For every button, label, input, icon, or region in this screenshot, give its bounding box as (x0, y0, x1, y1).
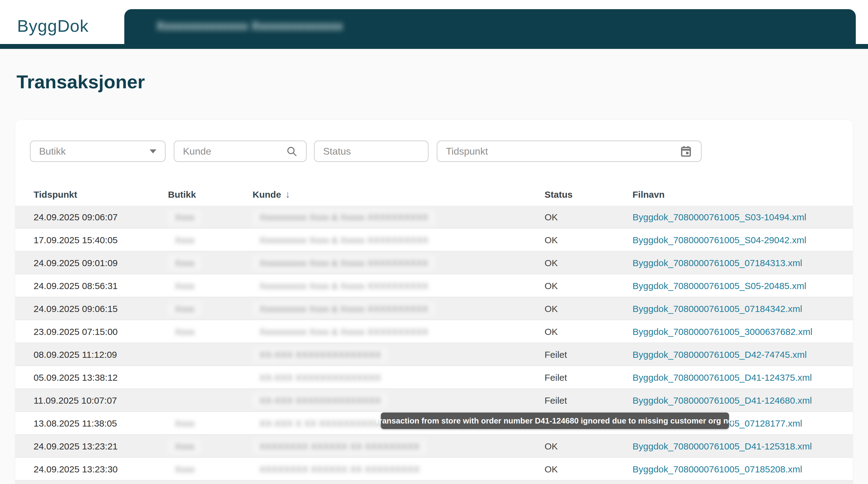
customer-filter-input[interactable]: Kunde (174, 141, 307, 162)
topbar-title-bar: Xxxxxxxxxxxxxx Xxxxxxxxxxxxxx (124, 9, 856, 44)
cell-timestamp: 24.09.2025 13:23:30 (34, 458, 118, 481)
status-filter-input[interactable]: Status (314, 141, 429, 162)
cell-status: Feilet (545, 389, 567, 412)
column-header-status[interactable]: Status (545, 183, 573, 206)
cell-filename: Byggdok_7080000761005_07185208.xml (632, 458, 802, 481)
cell-timestamp: 11.09.2025 10:07:07 (34, 389, 117, 412)
cell-filename: Byggdok_7080000761005_S04-29042.xml (632, 229, 806, 251)
cell-status: OK (545, 274, 558, 297)
file-link[interactable]: Byggdok_7080000761005_07185208.xml (632, 464, 802, 475)
cell-store: Xxxx (168, 251, 201, 274)
column-header-kunde[interactable]: Kunde ↓ (253, 183, 290, 206)
cell-filename: Byggdok_7080000761005_07184342.xml (632, 297, 802, 320)
redacted-customer-name: Xxxxxxxxxx Xxxx & Xxxxx XXXXXXXXXX (253, 255, 435, 271)
table-body: 24.09.2025 09:06:07XxxxXxxxxxxxxx Xxxx &… (15, 206, 853, 484)
redacted-store-name: Xxxx (168, 462, 201, 477)
cell-timestamp: 05.09.2025 13:38:12 (34, 366, 118, 389)
cell-status: OK (545, 229, 558, 251)
cell-store: Xxxx (168, 320, 201, 343)
cell-timestamp: 24.09.2025 08:56:31 (34, 274, 118, 297)
redacted-customer-name: Xxxxxxxxxx Xxxx & Xxxxx XXXXXXXXXX (253, 210, 435, 225)
file-link[interactable]: Byggdok_7080000761005_D41-124375.xml (632, 372, 812, 383)
error-tooltip: Transaction from store with order number… (381, 413, 729, 429)
cell-status: OK (545, 297, 558, 320)
status-filter-placeholder: Status (323, 146, 351, 157)
redacted-store-name: Xxxx (168, 233, 201, 248)
table-row: 23.09.2025 07:15:00XxxxXxxxxxxxxx Xxxx &… (15, 320, 853, 343)
file-link[interactable]: Byggdok_7080000761005_07184313.xml (632, 258, 802, 268)
store-filter-dropdown[interactable]: Butikk (30, 141, 165, 162)
cell-filename: Byggdok_7080000761005_D41-125318.xml (632, 435, 812, 458)
cell-filename: Byggdok_7080000761005_07184313.xml (632, 251, 802, 274)
cell-customer: XX-XXX XXXXXXXXXXXXXX (253, 366, 388, 389)
cell-customer: Xxxxxxxxxx Xxxx & Xxxxx XXXXXXXXXX (253, 297, 435, 320)
table-row: 08.09.2025 11:12:09XX-XXX XXXXXXXXXXXXXX… (15, 343, 853, 366)
cell-customer: XXXXXXXX XXXXXX XX XXXXXXXXX (253, 435, 426, 458)
redacted-customer-name: XXXXXXXX XXXXXX XX XXXXXXXXX (253, 439, 426, 454)
timestamp-filter-input[interactable]: Tidspunkt (437, 141, 702, 162)
file-link[interactable]: Byggdok_7080000761005_D42-74745.xml (632, 350, 807, 360)
cell-timestamp: 23.09.2025 07:15:00 (34, 320, 118, 343)
redacted-customer-name: XX-XXX XXXXXXXXXXXXXX (253, 347, 388, 362)
cell-status: OK (545, 320, 558, 343)
redacted-customer-name: XXXXXXXX XXXXXX XX XXXXXXXXX (253, 462, 426, 477)
redacted-store-name: Xxxx (168, 255, 201, 271)
table-row: 24.09.2025 13:23:21XxxxXXXXXXXX XXXXXX X… (15, 435, 853, 458)
search-icon (286, 146, 298, 157)
redacted-store-name: Xxxx (168, 278, 201, 294)
cell-store: Xxxx (168, 229, 201, 251)
cell-customer: XX-XXX X XX XXXXXXXXXXX (253, 412, 393, 435)
file-link[interactable]: Byggdok_7080000761005_S04-29042.xml (632, 235, 806, 245)
topbar-bottom-strip (0, 44, 868, 49)
table-row (15, 481, 853, 484)
cell-filename: Byggdok_7080000761005_D42-74745.xml (632, 343, 807, 366)
column-header-tidspunkt[interactable]: Tidspunkt (34, 183, 77, 206)
cell-timestamp: 24.09.2025 13:23:21 (34, 435, 118, 458)
file-link[interactable]: Byggdok_7080000761005_07184342.xml (632, 304, 802, 314)
cell-filename: Byggdok_7080000761005_S03-10494.xml (632, 206, 806, 229)
cell-customer: Xxxxxxxxxx Xxxx & Xxxxx XXXXXXXXXX (253, 206, 435, 229)
file-link[interactable]: Byggdok_7080000761005_D41-125318.xml (632, 441, 812, 452)
page-title: Transaksjoner (17, 71, 145, 93)
cell-status: OK (545, 435, 558, 458)
cell-store: Xxxx (168, 412, 201, 435)
redacted-customer-name: Xxxxxxxxxx Xxxx & Xxxxx XXXXXXXXXX (253, 278, 435, 294)
cell-filename: Byggdok_7080000761005_S05-20485.xml (632, 274, 806, 297)
cell-status: OK (545, 458, 558, 481)
cell-filename: Byggdok_7080000761005_D41-124375.xml (632, 366, 812, 389)
table-row: 24.09.2025 09:06:15XxxxXxxxxxxxxx Xxxx &… (15, 297, 853, 320)
file-link[interactable]: Byggdok_7080000761005_D41-124680.xml (632, 395, 812, 406)
cell-status: OK (545, 251, 558, 274)
table-row: 11.09.2025 10:07:07XX-XXX XXXXXXXXXXXXXX… (15, 389, 853, 412)
cell-customer: Xxxxxxxxxx Xxxx & Xxxxx XXXXXXXXXX (253, 229, 435, 251)
transactions-card: Butikk Kunde Status Tidspunkt Tidspunkt … (15, 120, 853, 484)
redacted-customer-name: XX-XXX X XX XXXXXXXXXXX (253, 416, 393, 431)
cell-customer: XX-XXX XXXXXXXXXXXXXX (253, 343, 388, 366)
redacted-customer-name: Xxxxxxxxxx Xxxx & Xxxxx XXXXXXXXXX (253, 324, 435, 339)
table-row: 24.09.2025 09:01:09XxxxXxxxxxxxxx Xxxx &… (15, 251, 853, 274)
column-header-filnavn[interactable]: Filnavn (632, 183, 664, 206)
table-row: 24.09.2025 08:56:31XxxxXxxxxxxxxx Xxxx &… (15, 274, 853, 297)
cell-customer: Xxxxxxxxxx Xxxx & Xxxxx XXXXXXXXXX (253, 274, 435, 297)
cell-timestamp: 24.09.2025 09:06:07 (34, 206, 118, 229)
table-row: 24.09.2025 13:23:30XxxxXXXXXXXX XXXXXX X… (15, 458, 853, 481)
table-row: 24.09.2025 09:06:07XxxxXxxxxxxxxx Xxxx &… (15, 206, 853, 229)
file-link[interactable]: Byggdok_7080000761005_3000637682.xml (632, 327, 812, 337)
cell-store: Xxxx (168, 435, 201, 458)
redacted-store-name: Xxxx (168, 439, 201, 454)
cell-store: Xxxx (168, 274, 201, 297)
file-link[interactable]: Byggdok_7080000761005_S03-10494.xml (632, 212, 806, 222)
cell-customer: XX-XXX XXXXXXXXXXXXXX (253, 389, 388, 412)
table-header: Tidspunkt Butikk Kunde ↓ Status Filnavn (15, 183, 853, 206)
cell-filename: Byggdok_7080000761005_D41-124680.xml (632, 389, 812, 412)
cell-store: Xxxx (168, 297, 201, 320)
column-header-butikk[interactable]: Butikk (168, 183, 196, 206)
redacted-customer-name: Xxxxxxxxxx Xxxx & Xxxxx XXXXXXXXXX (253, 233, 435, 248)
file-link[interactable]: Byggdok_7080000761005_S05-20485.xml (632, 281, 806, 291)
cell-store: Xxxx (168, 458, 201, 481)
timestamp-filter-placeholder: Tidspunkt (446, 146, 488, 157)
cell-status: Feilet (545, 366, 567, 389)
table-row: 05.09.2025 13:38:12XX-XXX XXXXXXXXXXXXXX… (15, 366, 853, 389)
chevron-down-icon (150, 149, 156, 153)
store-filter-label: Butikk (39, 146, 66, 157)
